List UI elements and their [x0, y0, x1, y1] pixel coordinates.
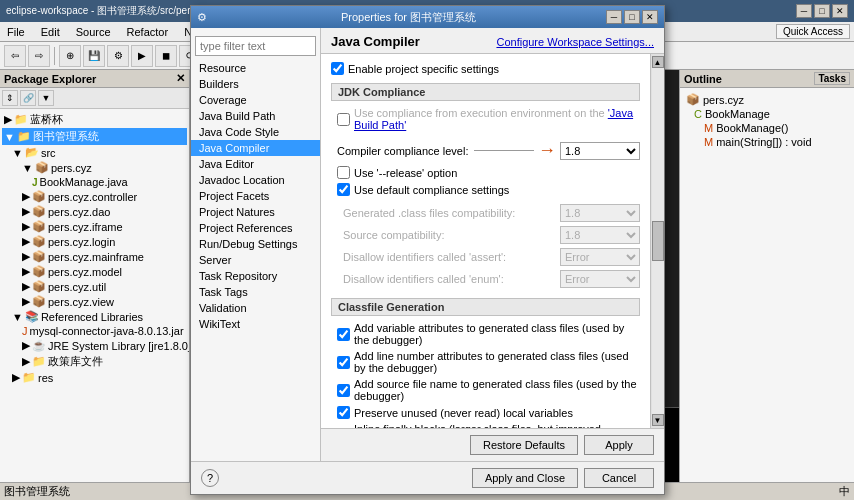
- use-compliance-label: Use compliance from execution environmen…: [354, 107, 640, 131]
- dialog-close-btn[interactable]: ✕: [642, 10, 658, 24]
- nav-java-compiler[interactable]: Java Compiler: [191, 140, 320, 156]
- tree-item-res[interactable]: ▶📁res: [2, 370, 187, 385]
- nav-project-natures[interactable]: Project Natures: [191, 204, 320, 220]
- dialog-minimize-btn[interactable]: ─: [606, 10, 622, 24]
- tasks-tab[interactable]: Tasks: [814, 72, 850, 85]
- tree-item-mysql[interactable]: Jmysql-connector-java-8.0.13.jar: [2, 324, 187, 338]
- menu-refactor[interactable]: Refactor: [124, 25, 172, 39]
- generated-select[interactable]: 1.8: [560, 204, 640, 222]
- classfile-checkbox-1[interactable]: [337, 328, 350, 341]
- toolbar-btn-1[interactable]: ⇦: [4, 45, 26, 67]
- enable-project-row: Enable project specific settings: [331, 60, 640, 77]
- help-icon[interactable]: ?: [201, 469, 219, 487]
- outline-bookmanage[interactable]: CBookManage: [684, 107, 850, 121]
- classfile-checkbox-2[interactable]: [337, 356, 350, 369]
- apply-and-close-button[interactable]: Apply and Close: [472, 468, 578, 488]
- classfile-opt-5: Inline finally blocks (larger class file…: [331, 421, 640, 428]
- tree-item-bookmanage-java[interactable]: JBookManage.java: [2, 175, 187, 189]
- tree-item-src[interactable]: ▼📂src: [2, 145, 187, 160]
- tree-item-pers-cyz[interactable]: ▼📦pers.cyz: [2, 160, 187, 175]
- nav-resource[interactable]: Resource: [191, 60, 320, 76]
- classfile-opt-3: Add source file name to generated class …: [331, 376, 640, 404]
- compiler-level-row: Compiler compliance level: → 1.8 11 14: [331, 137, 640, 164]
- java-build-path-link[interactable]: 'Java Build Path': [354, 107, 633, 131]
- nav-wikitext[interactable]: WikiText: [191, 316, 320, 332]
- classfile-label-4: Preserve unused (never read) local varia…: [354, 407, 573, 419]
- explorer-link-btn[interactable]: 🔗: [20, 90, 36, 106]
- use-default-row: Use default compliance settings: [331, 181, 640, 198]
- nav-validation[interactable]: Validation: [191, 300, 320, 316]
- scroll-down-btn[interactable]: ▼: [652, 414, 664, 426]
- nav-javadoc-location[interactable]: Javadoc Location: [191, 172, 320, 188]
- nav-project-references[interactable]: Project References: [191, 220, 320, 236]
- apply-button[interactable]: Apply: [584, 435, 654, 455]
- explorer-collapse-btn[interactable]: ⇕: [2, 90, 18, 106]
- dialog-title: Properties for 图书管理系统: [341, 10, 476, 25]
- tree-item-lantiaobei[interactable]: ▶📁蓝桥杯: [2, 111, 187, 128]
- explorer-menu-btn[interactable]: ▼: [38, 90, 54, 106]
- use-compliance-checkbox[interactable]: [337, 113, 350, 126]
- source-select[interactable]: 1.8: [560, 226, 640, 244]
- restore-defaults-button[interactable]: Restore Defaults: [470, 435, 578, 455]
- tree-item-dao[interactable]: ▶📦pers.cyz.dao: [2, 204, 187, 219]
- tree-item-login[interactable]: ▶📦pers.cyz.login: [2, 234, 187, 249]
- classfile-checkbox-3[interactable]: [337, 384, 350, 397]
- classfile-checkbox-4[interactable]: [337, 406, 350, 419]
- quick-access[interactable]: Quick Access: [776, 24, 850, 39]
- nav-java-editor[interactable]: Java Editor: [191, 156, 320, 172]
- dialog-scrollbar[interactable]: ▲ ▼: [650, 54, 664, 428]
- disallow-enum-select[interactable]: Error: [560, 270, 640, 288]
- toolbar-btn-5[interactable]: ⚙: [107, 45, 129, 67]
- outline-header: Outline Tasks: [680, 70, 854, 88]
- cancel-button[interactable]: Cancel: [584, 468, 654, 488]
- toolbar-btn-7[interactable]: ◼: [155, 45, 177, 67]
- use-default-checkbox[interactable]: [337, 183, 350, 196]
- toolbar-btn-4[interactable]: 💾: [83, 45, 105, 67]
- toolbar-btn-2[interactable]: ⇨: [28, 45, 50, 67]
- compiler-level-select[interactable]: 1.8 11 14: [560, 142, 640, 160]
- filter-input[interactable]: [195, 36, 316, 56]
- use-release-checkbox[interactable]: [337, 166, 350, 179]
- nav-project-facets[interactable]: Project Facets: [191, 188, 320, 204]
- nav-run-debug[interactable]: Run/Debug Settings: [191, 236, 320, 252]
- outline-pers-cyz[interactable]: 📦pers.cyz: [684, 92, 850, 107]
- tree-item-jre[interactable]: ▶☕JRE System Library [jre1.8.0_191]: [2, 338, 187, 353]
- toolbar-btn-3[interactable]: ⊕: [59, 45, 81, 67]
- nav-task-repository[interactable]: Task Repository: [191, 268, 320, 284]
- tree-item-policy[interactable]: ▶📁政策库文件: [2, 353, 187, 370]
- nav-coverage[interactable]: Coverage: [191, 92, 320, 108]
- dialog-maximize-btn[interactable]: □: [624, 10, 640, 24]
- outline-main[interactable]: Mmain(String[]) : void: [684, 135, 850, 149]
- disallow-assert-select[interactable]: Error: [560, 248, 640, 266]
- configure-workspace-link[interactable]: Configure Workspace Settings...: [496, 36, 654, 48]
- scroll-up-btn[interactable]: ▲: [652, 56, 664, 68]
- eclipse-maximize-btn[interactable]: □: [814, 4, 830, 18]
- tree-item-model[interactable]: ▶📦pers.cyz.model: [2, 264, 187, 279]
- nav-task-tags[interactable]: Task Tags: [191, 284, 320, 300]
- tree-item-util[interactable]: ▶📦pers.cyz.util: [2, 279, 187, 294]
- menu-file[interactable]: File: [4, 25, 28, 39]
- eclipse-minimize-btn[interactable]: ─: [796, 4, 812, 18]
- tree-item-referenced[interactable]: ▼📚Referenced Libraries: [2, 309, 187, 324]
- outline-panel: Outline Tasks 📦pers.cyz CBookManage MBoo…: [679, 70, 854, 500]
- nav-server[interactable]: Server: [191, 252, 320, 268]
- tree-item-iframe[interactable]: ▶📦pers.cyz.iframe: [2, 219, 187, 234]
- package-explorer-close[interactable]: ✕: [176, 72, 185, 85]
- tree-item-view[interactable]: ▶📦pers.cyz.view: [2, 294, 187, 309]
- generated-files-row: Generated .class files compatibility: 1.…: [331, 202, 640, 224]
- compiler-level-label: Compiler compliance level:: [337, 145, 470, 157]
- tree-item-library[interactable]: ▼📁图书管理系统: [2, 128, 187, 145]
- outline-tree: 📦pers.cyz CBookManage MBookManage() Mmai…: [680, 88, 854, 153]
- menu-edit[interactable]: Edit: [38, 25, 63, 39]
- nav-java-code-style[interactable]: Java Code Style: [191, 124, 320, 140]
- eclipse-close-btn[interactable]: ✕: [832, 4, 848, 18]
- tree-item-controller[interactable]: ▶📦pers.cyz.controller: [2, 189, 187, 204]
- toolbar-btn-6[interactable]: ▶: [131, 45, 153, 67]
- outline-constructor[interactable]: MBookManage(): [684, 121, 850, 135]
- enable-project-checkbox[interactable]: [331, 62, 344, 75]
- nav-builders[interactable]: Builders: [191, 76, 320, 92]
- tree-item-mainframe[interactable]: ▶📦pers.cyz.mainframe: [2, 249, 187, 264]
- classfile-header: Classfile Generation: [331, 298, 640, 316]
- nav-java-build-path[interactable]: Java Build Path: [191, 108, 320, 124]
- menu-source[interactable]: Source: [73, 25, 114, 39]
